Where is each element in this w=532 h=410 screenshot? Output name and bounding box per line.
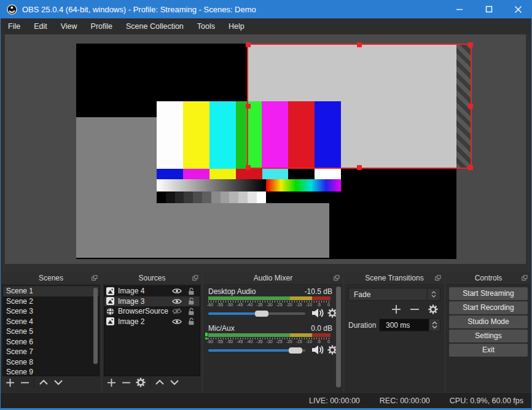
speaker-icon[interactable] — [311, 308, 325, 320]
source-row[interactable]: Image 2 — [104, 317, 200, 327]
studio-mode-button[interactable]: Studio Mode — [449, 315, 528, 328]
scene-item[interactable]: Scene 2 — [3, 296, 99, 307]
scene-item[interactable]: Scene 1 — [3, 286, 99, 296]
menu-profile[interactable]: Profile — [84, 18, 119, 34]
source-row[interactable]: Image 3 — [104, 296, 200, 307]
add-transition-button[interactable] — [389, 302, 404, 317]
source-name: Image 2 — [118, 317, 172, 326]
menu-help[interactable]: Help — [222, 18, 251, 34]
source-row[interactable]: Image 4 — [104, 286, 200, 296]
visibility-eye-off-icon[interactable] — [172, 308, 182, 314]
selection-handle-ml[interactable] — [246, 104, 251, 109]
source-row[interactable]: BrowserSource — [104, 306, 200, 317]
close-icon — [514, 6, 522, 14]
scene-item[interactable]: Scene 7 — [3, 347, 99, 357]
image-icon — [106, 317, 114, 325]
close-button[interactable] — [507, 0, 528, 18]
menu-scene-collection[interactable]: Scene Collection — [119, 18, 190, 34]
selection-handle-bc[interactable] — [357, 165, 362, 170]
mixer-title: Audio Mixer — [203, 272, 343, 284]
scene-item[interactable]: Scene 5 — [3, 327, 99, 337]
maximize-button[interactable] — [479, 0, 499, 18]
maximize-icon — [485, 6, 493, 13]
channel-name: Desktop Audio — [208, 287, 256, 296]
selection-handle-bl[interactable] — [246, 165, 251, 170]
minus-icon — [410, 304, 420, 314]
visibility-eye-icon[interactable] — [172, 288, 182, 294]
source-down-button[interactable] — [167, 375, 182, 390]
dock-icon[interactable] — [334, 275, 340, 281]
plus-icon — [391, 304, 401, 314]
menu-view[interactable]: View — [54, 18, 84, 34]
selection-rect[interactable] — [247, 44, 472, 169]
selection-handle-tr[interactable] — [468, 42, 473, 47]
scene-up-button[interactable] — [36, 375, 51, 390]
add-source-button[interactable] — [104, 375, 119, 390]
dock-icon[interactable] — [192, 275, 198, 281]
chevron-up-icon — [39, 379, 49, 386]
dock-icon[interactable] — [92, 275, 98, 281]
menu-file[interactable]: File — [1, 18, 27, 34]
remove-source-button[interactable] — [119, 375, 133, 390]
settings-button[interactable]: Settings — [449, 330, 528, 342]
dock-icon[interactable] — [522, 275, 528, 281]
source-up-button[interactable] — [152, 375, 167, 390]
transition-properties-button[interactable] — [426, 302, 440, 317]
transitions-header[interactable]: Scene Transitions — [345, 272, 444, 285]
title-bar[interactable]: OBS 25.0.4 (64-bit, windows) - Profile: … — [0, 0, 532, 18]
volume-slider[interactable] — [208, 349, 305, 352]
scene-item[interactable]: Scene 8 — [3, 357, 99, 368]
transition-selected-value: Fade — [349, 290, 427, 299]
preview-area[interactable] — [5, 34, 526, 264]
visibility-eye-icon[interactable] — [172, 319, 182, 325]
source-properties-button[interactable] — [133, 375, 148, 390]
lock-open-icon[interactable] — [188, 287, 195, 295]
sources-list[interactable]: Image 4 Image 3 BrowserSource Image 2 — [104, 285, 200, 376]
sources-header[interactable]: Sources — [103, 272, 201, 285]
menu-edit[interactable]: Edit — [27, 18, 54, 34]
obs-logo-icon — [7, 4, 17, 15]
volume-slider[interactable] — [208, 312, 305, 315]
scenes-list[interactable]: Scene 1 Scene 2 Scene 3 Scene 4 Scene 5 … — [2, 285, 100, 376]
meter-ticks: -60-55-50-45-40-35-30-25-20-15-10-50 — [206, 303, 333, 307]
select-spinner[interactable] — [427, 288, 440, 300]
remove-transition-button[interactable] — [407, 302, 422, 317]
volume-slider-handle[interactable] — [255, 311, 268, 317]
duration-spinner[interactable] — [429, 319, 440, 331]
controls-title: Controls — [446, 272, 531, 284]
visibility-eye-icon[interactable] — [172, 298, 182, 304]
minimize-button[interactable] — [449, 0, 470, 18]
transition-select[interactable]: Fade — [348, 288, 440, 301]
scenes-header[interactable]: Scenes — [1, 272, 101, 285]
controls-header[interactable]: Controls — [446, 272, 531, 285]
scene-item[interactable]: Scene 3 — [3, 306, 99, 317]
add-scene-button[interactable] — [2, 375, 17, 390]
start-recording-button[interactable]: Start Recording — [449, 301, 528, 314]
lock-open-icon[interactable] — [188, 297, 195, 305]
selection-handle-tc[interactable] — [357, 42, 362, 47]
scene-item[interactable]: Scene 6 — [3, 337, 99, 347]
scene-item[interactable]: Scene 4 — [3, 317, 99, 327]
duration-spinbox[interactable]: 300 ms — [379, 319, 440, 331]
selection-handle-mr[interactable] — [468, 104, 473, 109]
menu-tools[interactable]: Tools — [190, 18, 222, 34]
scene-canvas[interactable] — [76, 44, 456, 259]
selection-handle-tl[interactable] — [246, 42, 251, 47]
start-streaming-button[interactable]: Start Streaming — [449, 287, 528, 300]
speaker-icon[interactable] — [311, 345, 325, 357]
volume-slider-handle[interactable] — [289, 347, 302, 354]
exit-button[interactable]: Exit — [449, 344, 528, 357]
dock-icon[interactable] — [435, 275, 441, 281]
lock-open-icon[interactable] — [188, 308, 195, 315]
mixer-header[interactable]: Audio Mixer — [203, 272, 343, 285]
colorbars-castellation-row — [157, 169, 341, 179]
plus-icon — [6, 378, 15, 387]
scene-down-button[interactable] — [51, 375, 66, 390]
transitions-title: Scene Transitions — [345, 272, 444, 284]
selection-handle-br[interactable] — [468, 165, 473, 170]
lock-open-icon[interactable] — [188, 317, 195, 325]
channel-level: 0.0 dB — [311, 324, 332, 333]
scenes-scrollbar[interactable] — [93, 288, 98, 364]
remove-scene-button[interactable] — [17, 375, 32, 390]
mixer-scrollbar[interactable] — [336, 287, 341, 387]
